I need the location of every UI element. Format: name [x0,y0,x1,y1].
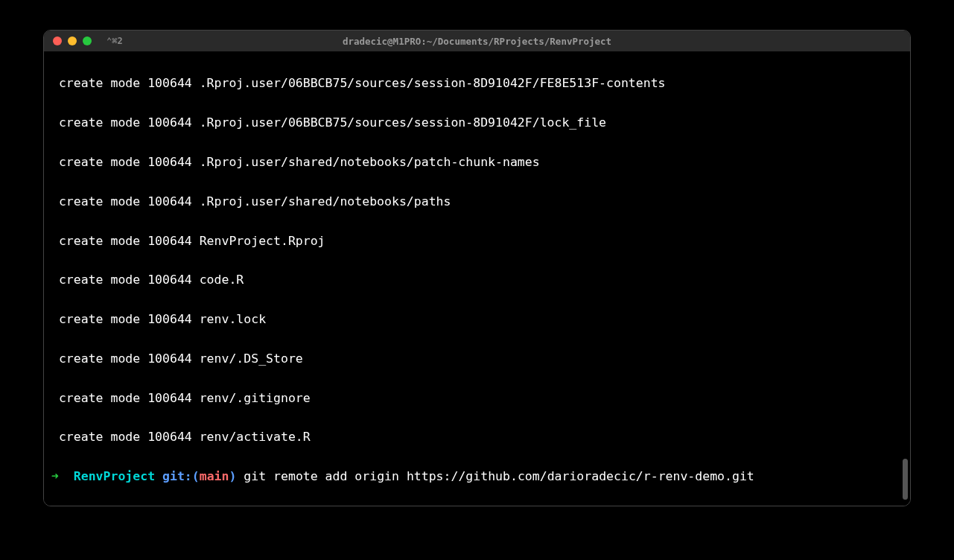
output-line: create mode 100644 .Rproj.user/shared/no… [51,192,903,211]
output-line: create mode 100644 renv/activate.R [51,427,903,447]
output-line: create mode 100644 renv/.gitignore [51,389,903,408]
maximize-icon[interactable] [83,36,92,45]
output-line: create mode 100644 .Rproj.user/06BBCB75/… [51,74,903,93]
prompt-paren: ( [192,469,200,483]
output-line: create mode 100644 .Rproj.user/06BBCB75/… [51,113,903,133]
prompt-git-label: git: [162,469,192,483]
window-title: dradecic@M1PRO:~/Documents/RProjects/Ren… [343,36,611,47]
command-text: git remote add origin https://github.com… [236,469,754,483]
close-icon[interactable] [53,36,62,45]
output-line: create mode 100644 .Rproj.user/shared/no… [51,153,903,172]
scrollbar-thumb[interactable] [903,459,908,500]
terminal-window: ⌃⌘2 dradecic@M1PRO:~/Documents/RProjects… [43,30,911,506]
window-controls [53,36,92,45]
prompt-line: ➜ RenvProject git:(main) git remote add … [51,467,903,486]
prompt-branch: main [200,469,229,483]
titlebar[interactable]: ⌃⌘2 dradecic@M1PRO:~/Documents/RProjects… [44,31,910,51]
output-line: create mode 100644 code.R [51,270,903,290]
output-line: create mode 100644 renv/.DS_Store [51,349,903,369]
output-line: create mode 100644 renv.lock [51,310,903,329]
minimize-icon[interactable] [68,36,77,45]
prompt-arrow-icon: ➜ [51,469,59,483]
prompt-paren: ) [229,469,236,483]
terminal-output[interactable]: create mode 100644 .Rproj.user/06BBCB75/… [44,51,910,506]
prompt-project: RenvProject [74,469,155,483]
tab-shortcut-label: ⌃⌘2 [106,36,123,46]
output-line: create mode 100644 RenvProject.Rproj [51,232,903,251]
